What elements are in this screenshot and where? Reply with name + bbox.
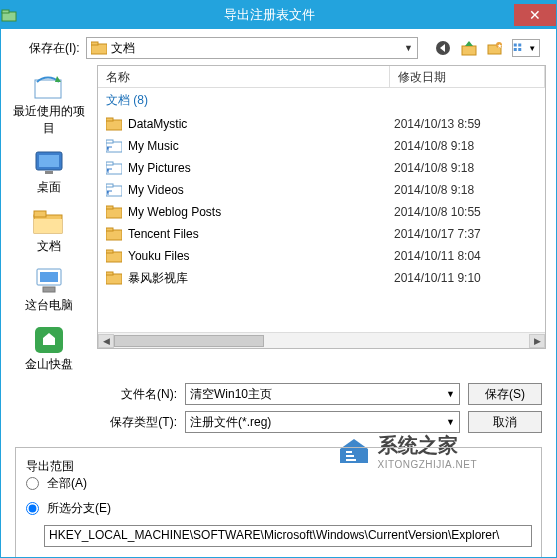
- toolbar-icons: ★ ▼: [434, 39, 540, 57]
- horizontal-scrollbar[interactable]: ◀ ▶: [98, 332, 545, 348]
- svg-rect-22: [43, 287, 55, 292]
- folder-icon: [106, 205, 124, 219]
- kuaipan-icon: [31, 324, 67, 356]
- filetype-combo[interactable]: 注册文件(*.reg) ▼: [185, 411, 460, 433]
- svg-rect-1: [2, 10, 9, 13]
- sidebar-item-label: 最近使用的项目: [9, 103, 89, 137]
- app-icon: [1, 7, 25, 23]
- svg-rect-33: [106, 206, 113, 209]
- column-name[interactable]: 名称: [98, 66, 390, 87]
- file-date: 2014/10/8 10:55: [394, 205, 537, 219]
- svg-rect-9: [514, 44, 517, 47]
- file-name: My Videos: [128, 183, 394, 197]
- file-name: My Music: [128, 139, 394, 153]
- file-name: Youku Files: [128, 249, 394, 263]
- scope-all-label: 全部(A): [47, 475, 87, 492]
- back-icon[interactable]: [434, 39, 452, 57]
- svg-text:★: ★: [497, 43, 502, 49]
- scroll-left-icon[interactable]: ◀: [98, 334, 114, 348]
- file-row[interactable]: My Music2014/10/8 9:18: [98, 135, 545, 157]
- scope-all-row[interactable]: 全部(A): [26, 475, 531, 492]
- file-date: 2014/10/13 8:59: [394, 117, 537, 131]
- up-icon[interactable]: [460, 39, 478, 57]
- scope-selected-label: 所选分支(E): [47, 500, 111, 517]
- svg-rect-15: [39, 155, 59, 167]
- file-date: 2014/10/8 9:18: [394, 161, 537, 175]
- save-button[interactable]: 保存(S): [468, 383, 542, 405]
- scope-selected-row[interactable]: 所选分支(E): [26, 500, 531, 517]
- file-list-header: 名称 修改日期: [98, 66, 545, 88]
- svg-rect-16: [45, 171, 53, 174]
- svg-rect-27: [106, 140, 113, 143]
- places-sidebar: 最近使用的项目 桌面 文档 这台电脑 金山快盘: [1, 65, 97, 375]
- sidebar-item-label: 文档: [37, 238, 61, 255]
- sidebar-item-label: 金山快盘: [25, 356, 73, 373]
- svg-rect-12: [518, 48, 521, 51]
- shortcut-icon: [106, 139, 124, 153]
- file-date: 2014/10/11 9:10: [394, 271, 537, 285]
- filename-label: 文件名(N):: [101, 386, 177, 403]
- column-date[interactable]: 修改日期: [390, 66, 545, 87]
- svg-rect-39: [106, 272, 113, 275]
- svg-rect-37: [106, 250, 113, 253]
- sidebar-item-documents[interactable]: 文档: [9, 204, 89, 257]
- scope-selected-radio[interactable]: [26, 502, 39, 515]
- file-row[interactable]: Tencent Files2014/10/17 7:37: [98, 223, 545, 245]
- sidebar-item-kuaipan[interactable]: 金山快盘: [9, 322, 89, 375]
- scroll-right-icon[interactable]: ▶: [529, 334, 545, 348]
- window-title: 导出注册表文件: [25, 6, 514, 24]
- svg-rect-29: [106, 162, 113, 165]
- pc-icon: [31, 265, 67, 297]
- svg-rect-19: [34, 219, 62, 233]
- save-in-value: 文档: [111, 40, 404, 57]
- file-name: DataMystic: [128, 117, 394, 131]
- chevron-down-icon: ▼: [446, 389, 455, 399]
- file-name: Tencent Files: [128, 227, 394, 241]
- file-row[interactable]: Youku Files2014/10/11 8:04: [98, 245, 545, 267]
- file-row[interactable]: My Pictures2014/10/8 9:18: [98, 157, 545, 179]
- file-name: My Pictures: [128, 161, 394, 175]
- sidebar-item-recent[interactable]: 最近使用的项目: [9, 69, 89, 139]
- svg-rect-35: [106, 228, 113, 231]
- folder-icon: [106, 227, 124, 241]
- save-form: 文件名(N): 清空Win10主页 ▼ 保存(S) 保存类型(T): 注册文件(…: [1, 375, 556, 443]
- file-row[interactable]: My Videos2014/10/8 9:18: [98, 179, 545, 201]
- sidebar-item-desktop[interactable]: 桌面: [9, 145, 89, 198]
- titlebar: 导出注册表文件 ✕: [1, 1, 556, 29]
- file-date: 2014/10/11 8:04: [394, 249, 537, 263]
- file-list-area: 名称 修改日期 文档 (8) DataMystic2014/10/13 8:59…: [97, 65, 546, 349]
- newfolder-icon[interactable]: ★: [486, 39, 504, 57]
- file-list[interactable]: 文档 (8) DataMystic2014/10/13 8:59My Music…: [98, 88, 545, 332]
- sidebar-item-label: 桌面: [37, 179, 61, 196]
- file-date: 2014/10/8 9:18: [394, 183, 537, 197]
- shortcut-icon: [106, 183, 124, 197]
- svg-rect-10: [518, 44, 521, 47]
- recent-icon: [31, 71, 67, 103]
- cancel-button[interactable]: 取消: [468, 411, 542, 433]
- filename-input[interactable]: 清空Win10主页 ▼: [185, 383, 460, 405]
- file-name: 暴风影视库: [128, 270, 394, 287]
- scope-all-radio[interactable]: [26, 477, 39, 490]
- scroll-thumb[interactable]: [114, 335, 264, 347]
- file-date: 2014/10/17 7:37: [394, 227, 537, 241]
- folder-icon: [106, 271, 124, 285]
- views-icon[interactable]: ▼: [512, 39, 540, 57]
- folder-icon: [106, 117, 124, 131]
- sidebar-item-thispc[interactable]: 这台电脑: [9, 263, 89, 316]
- export-scope-group: 导出范围 全部(A) 所选分支(E) HKEY_LOCAL_MACHINE\SO…: [15, 447, 542, 558]
- filetype-label: 保存类型(T):: [101, 414, 177, 431]
- chevron-down-icon: ▼: [446, 417, 455, 427]
- branch-path-input[interactable]: HKEY_LOCAL_MACHINE\SOFTWARE\Microsoft\Wi…: [44, 525, 532, 547]
- sidebar-item-label: 这台电脑: [25, 297, 73, 314]
- desktop-icon: [31, 147, 67, 179]
- svg-rect-18: [34, 211, 46, 217]
- close-button[interactable]: ✕: [514, 4, 556, 26]
- file-row[interactable]: 暴风影视库2014/10/11 9:10: [98, 267, 545, 289]
- file-row[interactable]: My Weblog Posts2014/10/8 10:55: [98, 201, 545, 223]
- chevron-down-icon: ▼: [404, 43, 413, 53]
- save-in-combo[interactable]: 文档 ▼: [86, 37, 418, 59]
- shortcut-icon: [106, 161, 124, 175]
- file-row[interactable]: DataMystic2014/10/13 8:59: [98, 113, 545, 135]
- scope-legend: 导出范围: [26, 459, 74, 473]
- save-in-label: 保存在(I):: [29, 40, 80, 57]
